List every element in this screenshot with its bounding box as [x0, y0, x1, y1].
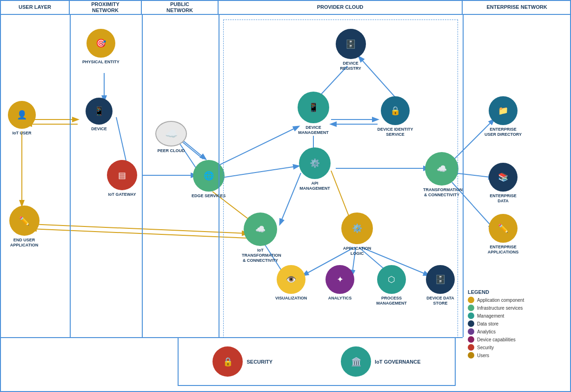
- device-registry-label: DEVICE REGISTRY: [332, 61, 369, 71]
- security-circle: 🔒: [212, 346, 243, 377]
- security-label: SECURITY: [246, 359, 272, 365]
- enterprise-user-dir-node: 📁 ENTERPRISE USER DIRECTORY: [485, 96, 522, 137]
- legend-item-management: Management: [468, 312, 565, 319]
- compass-icon: ✏️: [19, 217, 29, 225]
- iot-transformation-label: IoT TRANSFORMATION & CONNECTIVITY: [242, 248, 279, 263]
- cloud-icon: ☁️: [165, 129, 178, 139]
- visualization-node: 👁️ VISUALIZATION: [275, 265, 307, 301]
- legend-item-datastore: Data store: [468, 320, 565, 327]
- device-data-store-circle: 🗄️: [426, 265, 455, 294]
- enterprise-applications-label: ENTERPRISE APPLICATIONS: [485, 245, 522, 255]
- user-icon: 👤: [17, 111, 27, 119]
- book-icon: 📚: [498, 173, 508, 181]
- legend-dot-application: [468, 297, 474, 303]
- legend-item-application: Application component: [468, 297, 565, 303]
- iot-gateway-label: IoT GATEWAY: [108, 192, 136, 197]
- provider-cloud-header: PROVIDER CLOUD: [219, 1, 463, 15]
- identity-icon: 🔒: [390, 106, 400, 115]
- device-circle: 📱: [86, 98, 113, 125]
- iot-governance-item: 🏛️ IoT GOVERNANCE: [341, 346, 420, 377]
- api-icon: ⚙️: [310, 159, 320, 167]
- device-identity-node: 🔒 DEVICE IDENTITY SERVICE: [377, 96, 414, 137]
- api-management-node: ⚙️ API MANAGEMENT: [296, 147, 333, 191]
- legend-title: LEGEND: [468, 289, 565, 295]
- user-layer-header: USER LAYER: [1, 1, 70, 15]
- main-container: USER LAYER PROXIMITYNETWORK PUBLICNETWOR…: [0, 0, 571, 392]
- legend-dot-security: [468, 344, 474, 351]
- bottom-line: [1, 337, 463, 338]
- legend-dot-device-cap: [468, 336, 474, 343]
- peer-cloud-node: ☁️ PEER CLOUD: [155, 121, 187, 153]
- legend-dot-management: [468, 312, 474, 319]
- device-management-label: DEVICE MANAGEMENT: [295, 125, 332, 135]
- public-network-header: PUBLICNETWORK: [142, 1, 219, 15]
- divider-1: [70, 15, 71, 337]
- legend-text-infra: Infrastructure services: [477, 306, 523, 311]
- device-node: 📱 DEVICE: [86, 98, 113, 132]
- process-management-label: PROCESS MANAGEMENT: [373, 296, 410, 306]
- device-management-circle: 📱: [298, 92, 329, 123]
- proximity-network-header: PROXIMITYNETWORK: [70, 1, 142, 15]
- barcode-icon: ▤: [118, 171, 126, 179]
- edge-services-label: EDGE SERVICES: [192, 193, 226, 199]
- gear-icon: ⚙️: [352, 224, 362, 233]
- legend: LEGEND Application component Infrastruct…: [468, 289, 565, 360]
- folder-icon: 📁: [498, 106, 508, 115]
- iot-governance-label: IoT GOVERNANCE: [375, 359, 420, 365]
- enterprise-data-circle: 📚: [489, 163, 518, 192]
- apps-icon: ✏️: [498, 224, 508, 233]
- end-user-app-label: END USER APPLICATION: [6, 238, 43, 248]
- iot-user-circle: 👤: [8, 101, 36, 129]
- device-identity-label: DEVICE IDENTITY SERVICE: [377, 127, 414, 137]
- analytics-label: ANALYTICS: [328, 296, 352, 301]
- globe-icon: 🌐: [204, 172, 214, 180]
- divider-2: [142, 15, 143, 337]
- cloud-conn-icon: ☁️: [255, 225, 266, 233]
- iot-governance-circle: 🏛️: [341, 346, 371, 377]
- iot-transformation-circle: ☁️: [244, 213, 277, 246]
- divider-4: [463, 15, 464, 337]
- security-icon: 🔒: [223, 358, 233, 366]
- process-icon: ⬡: [388, 275, 395, 284]
- legend-dot-infra: [468, 305, 474, 311]
- device-data-store-label: DEVICE DATA STORE: [422, 296, 459, 306]
- device-registry-circle: 🗄️: [336, 29, 366, 59]
- device-identity-circle: 🔒: [381, 96, 410, 125]
- svg-line-8: [222, 166, 299, 178]
- end-user-app-node: ✏️ END USER APPLICATION: [6, 206, 43, 248]
- svg-line-25: [31, 224, 247, 233]
- peer-cloud-circle: ☁️: [155, 121, 187, 146]
- enterprise-data-node: 📚 ENTERPRISE DATA: [485, 163, 522, 204]
- legend-dot-users: [468, 352, 474, 359]
- device-registry-node: 🗄️ DEVICE REGISTRY: [332, 29, 369, 71]
- divider-3: [219, 15, 219, 337]
- physical-entity-circle: 🎯: [86, 29, 115, 58]
- svg-line-7: [217, 126, 299, 166]
- edge-services-node: 🌐 EDGE SERVICES: [192, 160, 226, 199]
- physical-entity-node: 🎯 PHYSICAL ENTITY: [82, 29, 120, 65]
- visualization-label: VISUALIZATION: [275, 296, 307, 301]
- iot-user-label: IoT USER: [12, 131, 31, 136]
- transform-icon: ☁️: [437, 165, 447, 173]
- database-icon: 🗄️: [345, 40, 356, 48]
- api-management-circle: ⚙️: [299, 147, 331, 179]
- edge-services-circle: 🌐: [193, 160, 225, 192]
- target-icon: 🎯: [96, 39, 106, 47]
- device-label: DEVICE: [91, 126, 107, 132]
- legend-text-application: Application component: [477, 298, 524, 303]
- enterprise-applications-node: ✏️ ENTERPRISE APPLICATIONS: [485, 214, 522, 255]
- api-management-label: API MANAGEMENT: [296, 181, 333, 191]
- enterprise-network-header: ENTERPRISE NETWORK: [463, 1, 571, 15]
- datastore-icon: 🗄️: [435, 275, 445, 284]
- legend-item-security: Security: [468, 344, 565, 351]
- transformation-connectivity-circle: ☁️: [425, 152, 458, 186]
- enterprise-applications-circle: ✏️: [489, 214, 518, 243]
- visualization-circle: 👁️: [277, 265, 305, 294]
- transformation-connectivity-label: TRANSFORMATION & CONNECTIVITY: [423, 187, 460, 198]
- legend-text-analytics: Analytics: [477, 329, 496, 334]
- device-mgmt-icon: 📱: [308, 103, 319, 112]
- transformation-connectivity-node: ☁️ TRANSFORMATION & CONNECTIVITY: [423, 152, 460, 198]
- legend-text-security: Security: [477, 345, 494, 350]
- legend-item-analytics: Analytics: [468, 328, 565, 335]
- legend-dot-datastore: [468, 320, 474, 327]
